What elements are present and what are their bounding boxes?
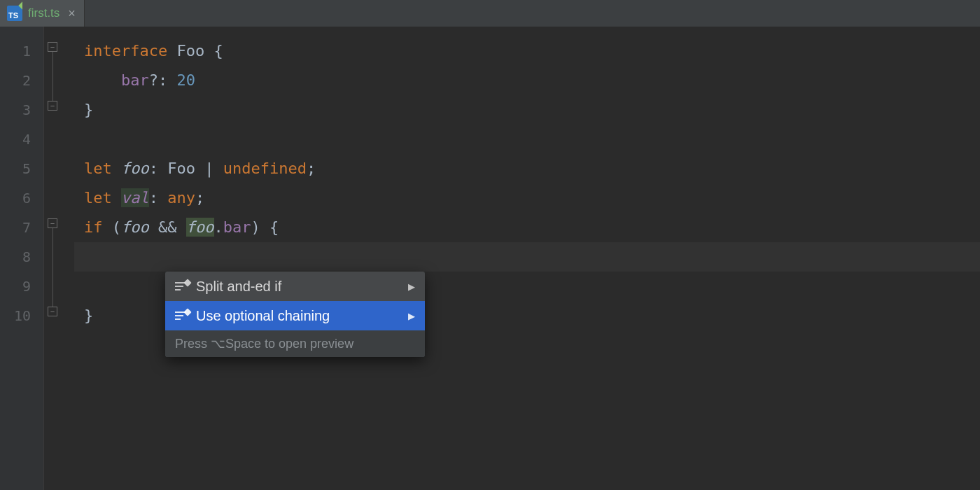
close-tab-icon[interactable]: × — [65, 7, 76, 20]
submenu-arrow-icon: ▶ — [408, 311, 415, 321]
line-number: 10 — [0, 301, 43, 330]
variable: val — [121, 188, 149, 207]
punct: } — [84, 307, 93, 324]
fold-end-icon[interactable]: − — [48, 101, 57, 111]
line-number: 2 — [0, 66, 43, 95]
ts-icon-label: TS — [8, 11, 18, 20]
fold-end-icon[interactable]: − — [48, 307, 57, 316]
line-number: 8 — [0, 242, 43, 272]
fold-guide — [52, 45, 53, 106]
intention-actions-popup: Split and-ed if ▶ Use optional chaining … — [165, 272, 425, 357]
punct: : — [149, 189, 158, 206]
property: bar — [121, 71, 149, 89]
intention-action-optional-chaining[interactable]: Use optional chaining ▶ — [165, 301, 425, 330]
code-line[interactable]: let val: any; — [74, 183, 980, 213]
keyword: let — [84, 189, 112, 206]
code-line[interactable]: if (foo && foo.bar) { — [74, 213, 980, 242]
punct: { — [270, 218, 279, 236]
code-line-active[interactable]: val = foo.bar — [74, 242, 980, 272]
keyword: let — [84, 160, 112, 177]
intention-bulb-icon[interactable] — [102, 248, 116, 266]
fold-toggle-icon[interactable]: − — [48, 218, 57, 228]
popup-hint: Press ⌥Space to open preview — [165, 330, 425, 357]
line-number: 6 — [0, 183, 43, 213]
line-number: 4 — [0, 125, 43, 154]
variable: foo — [186, 218, 214, 237]
code-area[interactable]: interface Foo { bar?: 20 } let foo: Foo … — [74, 27, 980, 490]
variable: foo — [121, 218, 149, 236]
intention-action-label: Split and-ed if — [196, 279, 281, 295]
punct: && — [158, 218, 177, 236]
tab-bar: TS first.ts × — [0, 0, 980, 27]
code-line[interactable]: let foo: Foo | undefined; — [74, 154, 980, 183]
line-number: 3 — [0, 95, 43, 125]
keyword: interface — [84, 42, 167, 59]
intention-action-label: Use optional chaining — [196, 308, 330, 324]
punct: ( — [112, 218, 121, 236]
punct: { — [214, 42, 223, 59]
fold-toggle-icon[interactable]: − — [48, 42, 57, 52]
punct: | — [204, 160, 214, 177]
number: 20 — [176, 71, 195, 89]
punct: ; — [307, 160, 316, 177]
punct: ) — [251, 218, 260, 236]
keyword: undefined — [223, 160, 307, 177]
fold-guide — [52, 221, 53, 312]
editor-tab-first-ts[interactable]: TS first.ts × — [0, 0, 85, 27]
type-name: Foo — [176, 42, 204, 59]
tab-filename: first.ts — [28, 6, 59, 20]
line-number-gutter: 1 2 3 4 5 6 7 8 9 10 — [0, 27, 43, 490]
intention-action-icon — [175, 282, 188, 290]
fold-gutter: − − − − — [43, 27, 74, 490]
keyword: if — [84, 218, 103, 236]
type: Foo — [167, 160, 195, 177]
type: any — [167, 189, 195, 206]
file-icon-fold — [18, 1, 26, 9]
punct: } — [84, 101, 93, 118]
editor: 1 2 3 4 5 6 7 8 9 10 − − − − interface F… — [0, 27, 980, 490]
code-line[interactable]: bar?: 20 — [74, 66, 980, 95]
code-line[interactable]: } — [74, 95, 980, 125]
punct: ?: — [149, 71, 168, 89]
punct: ; — [195, 189, 204, 206]
line-number: 7 — [0, 213, 43, 242]
intention-action-icon — [175, 312, 188, 320]
popup-hint-text: Press ⌥Space to open preview — [175, 336, 354, 351]
code-line[interactable]: interface Foo { — [74, 36, 980, 66]
line-number: 5 — [0, 154, 43, 183]
intention-action-split-if[interactable]: Split and-ed if ▶ — [165, 272, 425, 301]
line-number: 1 — [0, 36, 43, 66]
submenu-arrow-icon: ▶ — [408, 281, 415, 292]
punct: : — [149, 160, 158, 177]
code-line[interactable] — [74, 125, 980, 154]
line-number: 9 — [0, 272, 43, 301]
typescript-file-icon: TS — [7, 6, 22, 21]
variable: foo — [121, 160, 149, 177]
property: bar — [223, 218, 251, 236]
punct: . — [214, 218, 223, 236]
